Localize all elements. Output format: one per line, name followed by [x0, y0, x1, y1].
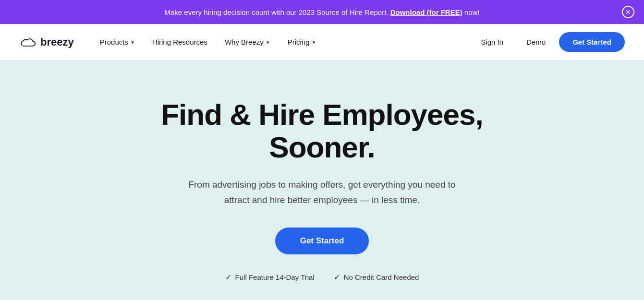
nav-links: Products ▼ Hiring Resources Why Breezy ▼…	[93, 34, 472, 50]
feature-no-credit-card-text: No Credit Card Needed	[344, 273, 419, 281]
chevron-down-icon: ▼	[130, 40, 135, 45]
navbar: breezy Products ▼ Hiring Resources Why B…	[0, 24, 644, 60]
checkmark-icon: ✓	[334, 273, 340, 282]
demo-button[interactable]: Demo	[517, 34, 555, 50]
nav-item-hiring-resources[interactable]: Hiring Resources	[146, 34, 214, 50]
nav-item-pricing[interactable]: Pricing ▼	[281, 34, 323, 50]
nav-right: Sign In Demo Get Started	[471, 32, 625, 52]
logo-icon	[19, 36, 36, 48]
hero-subtitle: From advertising jobs to making offers, …	[183, 177, 462, 207]
chevron-down-icon: ▼	[312, 40, 316, 45]
logo[interactable]: breezy	[19, 36, 74, 48]
hero-title: Find & Hire Employees, Sooner.	[106, 98, 538, 164]
get-started-hero-button[interactable]: Get Started	[275, 228, 369, 254]
get-started-nav-button[interactable]: Get Started	[559, 32, 625, 52]
feature-trial: ✓ Full Feature 14-Day Trial	[225, 273, 315, 282]
hero-section: Find & Hire Employees, Sooner. From adve…	[0, 60, 644, 300]
banner-text: Make every hiring decision count with ou…	[164, 8, 479, 16]
checkmark-icon: ✓	[225, 273, 231, 282]
banner-download-link[interactable]: Download (for FREE)	[390, 8, 462, 16]
hero-features: ✓ Full Feature 14-Day Trial ✓ No Credit …	[225, 273, 419, 282]
banner-close-button[interactable]: ✕	[622, 6, 634, 18]
nav-item-products[interactable]: Products ▼	[93, 34, 142, 50]
feature-no-credit-card: ✓ No Credit Card Needed	[334, 273, 419, 282]
feature-trial-text: Full Feature 14-Day Trial	[235, 273, 315, 281]
chevron-down-icon: ▼	[266, 40, 270, 45]
logo-text: breezy	[40, 36, 74, 48]
sign-in-button[interactable]: Sign In	[471, 34, 513, 50]
nav-item-why-breezy[interactable]: Why Breezy ▼	[218, 34, 277, 50]
announcement-banner: Make every hiring decision count with ou…	[0, 0, 644, 24]
